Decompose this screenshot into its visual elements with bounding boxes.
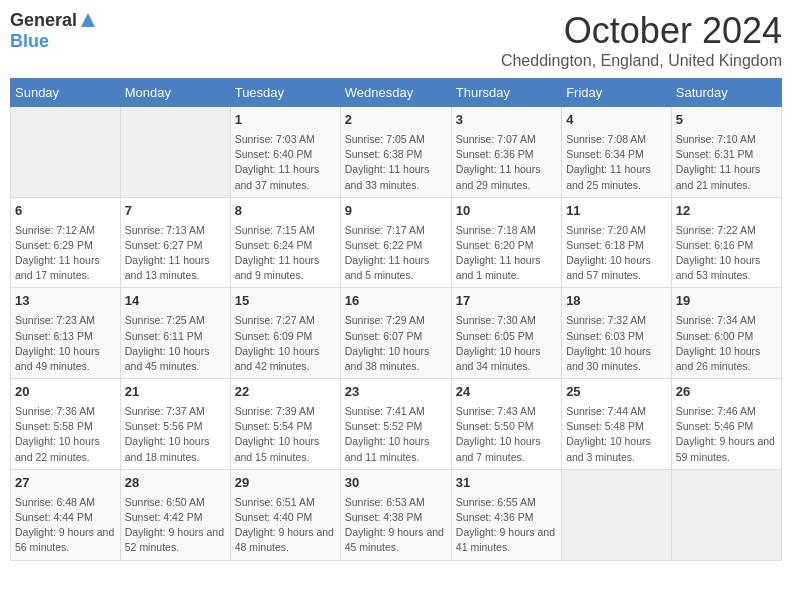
calendar-cell: 19Sunrise: 7:34 AMSunset: 6:00 PMDayligh… xyxy=(671,288,781,379)
day-info: Sunrise: 7:36 AMSunset: 5:58 PMDaylight:… xyxy=(15,404,116,465)
day-info: Sunrise: 7:23 AMSunset: 6:13 PMDaylight:… xyxy=(15,313,116,374)
calendar-header-row: SundayMondayTuesdayWednesdayThursdayFrid… xyxy=(11,79,782,107)
day-number: 4 xyxy=(566,111,667,130)
calendar-cell: 3Sunrise: 7:07 AMSunset: 6:36 PMDaylight… xyxy=(451,107,561,198)
logo-icon xyxy=(79,11,97,29)
header-day-monday: Monday xyxy=(120,79,230,107)
calendar-cell: 24Sunrise: 7:43 AMSunset: 5:50 PMDayligh… xyxy=(451,379,561,470)
calendar-week-5: 27Sunrise: 6:48 AMSunset: 4:44 PMDayligh… xyxy=(11,469,782,560)
calendar-cell: 8Sunrise: 7:15 AMSunset: 6:24 PMDaylight… xyxy=(230,197,340,288)
day-info: Sunrise: 7:17 AMSunset: 6:22 PMDaylight:… xyxy=(345,223,447,284)
calendar-week-3: 13Sunrise: 7:23 AMSunset: 6:13 PMDayligh… xyxy=(11,288,782,379)
day-number: 10 xyxy=(456,202,557,221)
svg-marker-0 xyxy=(81,13,95,27)
day-info: Sunrise: 7:08 AMSunset: 6:34 PMDaylight:… xyxy=(566,132,667,193)
day-info: Sunrise: 6:53 AMSunset: 4:38 PMDaylight:… xyxy=(345,495,447,556)
calendar-week-4: 20Sunrise: 7:36 AMSunset: 5:58 PMDayligh… xyxy=(11,379,782,470)
calendar-cell: 13Sunrise: 7:23 AMSunset: 6:13 PMDayligh… xyxy=(11,288,121,379)
location-text: Cheddington, England, United Kingdom xyxy=(501,52,782,70)
day-number: 15 xyxy=(235,292,336,311)
day-info: Sunrise: 7:20 AMSunset: 6:18 PMDaylight:… xyxy=(566,223,667,284)
day-info: Sunrise: 6:48 AMSunset: 4:44 PMDaylight:… xyxy=(15,495,116,556)
day-info: Sunrise: 7:10 AMSunset: 6:31 PMDaylight:… xyxy=(676,132,777,193)
day-info: Sunrise: 7:03 AMSunset: 6:40 PMDaylight:… xyxy=(235,132,336,193)
day-info: Sunrise: 7:27 AMSunset: 6:09 PMDaylight:… xyxy=(235,313,336,374)
calendar-cell: 17Sunrise: 7:30 AMSunset: 6:05 PMDayligh… xyxy=(451,288,561,379)
calendar-cell: 26Sunrise: 7:46 AMSunset: 5:46 PMDayligh… xyxy=(671,379,781,470)
day-info: Sunrise: 7:13 AMSunset: 6:27 PMDaylight:… xyxy=(125,223,226,284)
header-day-friday: Friday xyxy=(562,79,672,107)
calendar-cell: 28Sunrise: 6:50 AMSunset: 4:42 PMDayligh… xyxy=(120,469,230,560)
day-number: 8 xyxy=(235,202,336,221)
day-number: 19 xyxy=(676,292,777,311)
calendar-cell xyxy=(562,469,672,560)
day-info: Sunrise: 7:41 AMSunset: 5:52 PMDaylight:… xyxy=(345,404,447,465)
day-number: 13 xyxy=(15,292,116,311)
day-info: Sunrise: 7:34 AMSunset: 6:00 PMDaylight:… xyxy=(676,313,777,374)
day-info: Sunrise: 7:39 AMSunset: 5:54 PMDaylight:… xyxy=(235,404,336,465)
day-number: 14 xyxy=(125,292,226,311)
day-info: Sunrise: 7:15 AMSunset: 6:24 PMDaylight:… xyxy=(235,223,336,284)
day-info: Sunrise: 7:37 AMSunset: 5:56 PMDaylight:… xyxy=(125,404,226,465)
calendar-cell xyxy=(671,469,781,560)
day-number: 25 xyxy=(566,383,667,402)
calendar-table: SundayMondayTuesdayWednesdayThursdayFrid… xyxy=(10,78,782,561)
calendar-cell: 14Sunrise: 7:25 AMSunset: 6:11 PMDayligh… xyxy=(120,288,230,379)
day-number: 23 xyxy=(345,383,447,402)
logo-general-text: General xyxy=(10,10,77,31)
calendar-cell: 25Sunrise: 7:44 AMSunset: 5:48 PMDayligh… xyxy=(562,379,672,470)
calendar-cell: 15Sunrise: 7:27 AMSunset: 6:09 PMDayligh… xyxy=(230,288,340,379)
calendar-cell: 16Sunrise: 7:29 AMSunset: 6:07 PMDayligh… xyxy=(340,288,451,379)
page-header: General Blue October 2024 Cheddington, E… xyxy=(10,10,782,70)
day-info: Sunrise: 7:29 AMSunset: 6:07 PMDaylight:… xyxy=(345,313,447,374)
calendar-cell: 12Sunrise: 7:22 AMSunset: 6:16 PMDayligh… xyxy=(671,197,781,288)
calendar-week-1: 1Sunrise: 7:03 AMSunset: 6:40 PMDaylight… xyxy=(11,107,782,198)
day-number: 6 xyxy=(15,202,116,221)
day-number: 11 xyxy=(566,202,667,221)
day-info: Sunrise: 7:07 AMSunset: 6:36 PMDaylight:… xyxy=(456,132,557,193)
calendar-cell: 21Sunrise: 7:37 AMSunset: 5:56 PMDayligh… xyxy=(120,379,230,470)
header-day-saturday: Saturday xyxy=(671,79,781,107)
calendar-cell: 11Sunrise: 7:20 AMSunset: 6:18 PMDayligh… xyxy=(562,197,672,288)
day-info: Sunrise: 7:05 AMSunset: 6:38 PMDaylight:… xyxy=(345,132,447,193)
day-info: Sunrise: 7:18 AMSunset: 6:20 PMDaylight:… xyxy=(456,223,557,284)
day-info: Sunrise: 7:25 AMSunset: 6:11 PMDaylight:… xyxy=(125,313,226,374)
calendar-cell xyxy=(120,107,230,198)
day-info: Sunrise: 7:44 AMSunset: 5:48 PMDaylight:… xyxy=(566,404,667,465)
calendar-cell: 20Sunrise: 7:36 AMSunset: 5:58 PMDayligh… xyxy=(11,379,121,470)
day-number: 27 xyxy=(15,474,116,493)
day-number: 5 xyxy=(676,111,777,130)
calendar-cell: 6Sunrise: 7:12 AMSunset: 6:29 PMDaylight… xyxy=(11,197,121,288)
calendar-cell: 9Sunrise: 7:17 AMSunset: 6:22 PMDaylight… xyxy=(340,197,451,288)
logo: General Blue xyxy=(10,10,97,52)
day-number: 28 xyxy=(125,474,226,493)
title-section: October 2024 Cheddington, England, Unite… xyxy=(501,10,782,70)
day-number: 29 xyxy=(235,474,336,493)
calendar-cell: 1Sunrise: 7:03 AMSunset: 6:40 PMDaylight… xyxy=(230,107,340,198)
day-info: Sunrise: 7:22 AMSunset: 6:16 PMDaylight:… xyxy=(676,223,777,284)
day-number: 7 xyxy=(125,202,226,221)
header-day-wednesday: Wednesday xyxy=(340,79,451,107)
day-number: 31 xyxy=(456,474,557,493)
day-number: 1 xyxy=(235,111,336,130)
calendar-cell: 31Sunrise: 6:55 AMSunset: 4:36 PMDayligh… xyxy=(451,469,561,560)
calendar-cell: 30Sunrise: 6:53 AMSunset: 4:38 PMDayligh… xyxy=(340,469,451,560)
calendar-cell: 4Sunrise: 7:08 AMSunset: 6:34 PMDaylight… xyxy=(562,107,672,198)
day-info: Sunrise: 7:43 AMSunset: 5:50 PMDaylight:… xyxy=(456,404,557,465)
header-day-sunday: Sunday xyxy=(11,79,121,107)
calendar-cell: 27Sunrise: 6:48 AMSunset: 4:44 PMDayligh… xyxy=(11,469,121,560)
month-title: October 2024 xyxy=(501,10,782,52)
day-info: Sunrise: 7:30 AMSunset: 6:05 PMDaylight:… xyxy=(456,313,557,374)
day-number: 22 xyxy=(235,383,336,402)
day-number: 16 xyxy=(345,292,447,311)
calendar-week-2: 6Sunrise: 7:12 AMSunset: 6:29 PMDaylight… xyxy=(11,197,782,288)
day-number: 20 xyxy=(15,383,116,402)
day-number: 9 xyxy=(345,202,447,221)
day-number: 24 xyxy=(456,383,557,402)
day-number: 12 xyxy=(676,202,777,221)
calendar-cell: 5Sunrise: 7:10 AMSunset: 6:31 PMDaylight… xyxy=(671,107,781,198)
header-day-thursday: Thursday xyxy=(451,79,561,107)
day-info: Sunrise: 7:12 AMSunset: 6:29 PMDaylight:… xyxy=(15,223,116,284)
calendar-cell: 18Sunrise: 7:32 AMSunset: 6:03 PMDayligh… xyxy=(562,288,672,379)
logo-blue-text: Blue xyxy=(10,31,49,52)
